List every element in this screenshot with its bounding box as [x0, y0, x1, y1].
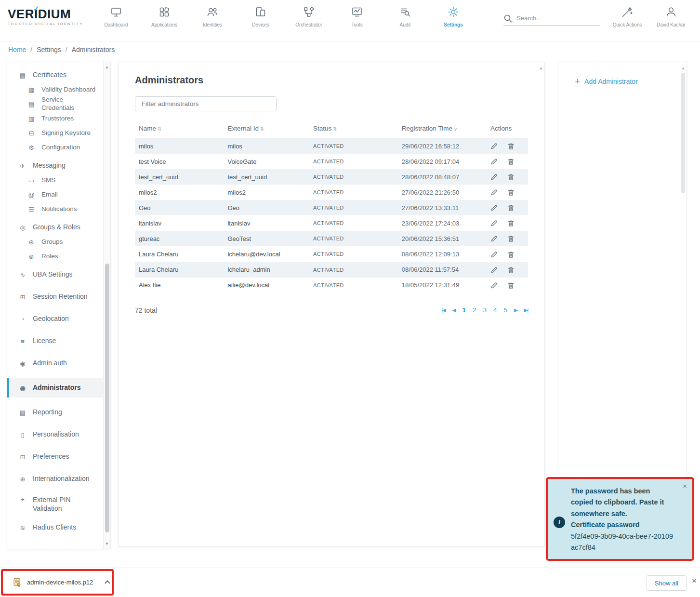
sidebar-item-notifications[interactable]: ☰Notifications — [7, 202, 110, 216]
delete-icon[interactable] — [507, 250, 515, 258]
sidebar-item-reporting[interactable]: ▤Reporting — [7, 405, 110, 420]
sidebar-item-preferences[interactable]: ⊡Preferences — [7, 450, 110, 464]
panel-scroll-up-arrow-icon[interactable]: ▲ — [681, 66, 685, 70]
page-button-5[interactable]: 5 — [503, 306, 507, 314]
filter-administrators-input[interactable] — [135, 96, 277, 111]
edit-icon[interactable] — [490, 235, 498, 242]
scroll-up-arrow-icon[interactable]: ▲ — [104, 65, 110, 69]
breadcrumb-home[interactable]: Home — [8, 46, 26, 53]
sidebar-item-configuration[interactable]: ⚙Configuration — [7, 140, 110, 155]
table-row[interactable]: Laura Chelaru lchelaru_admin ACTIVATED 0… — [135, 262, 528, 278]
nav-item-dashboard[interactable]: Dashboard — [92, 0, 140, 41]
next-page-button[interactable]: ▶ — [514, 307, 517, 313]
page-button-3[interactable]: 3 — [483, 306, 487, 314]
breadcrumb-settings[interactable]: Settings — [37, 46, 61, 53]
table-row[interactable]: test_cert_uuid test_cert_uuid ACTIVATED … — [135, 169, 528, 185]
table-row[interactable]: ltanislav ltanislav ACTIVATED 23/06/2022… — [135, 215, 528, 231]
prev-page-button[interactable]: ◀ — [452, 307, 456, 313]
delete-icon[interactable] — [507, 235, 515, 242]
column-header-name[interactable]: Name⇅ — [135, 119, 224, 138]
search-input[interactable] — [516, 14, 589, 22]
sidebar-item-certificates[interactable]: ▤Certificates — [7, 68, 110, 82]
page-button-2[interactable]: 2 — [473, 306, 476, 314]
edit-icon[interactable] — [490, 188, 498, 196]
delete-icon[interactable] — [507, 266, 515, 274]
sidebar-item-service-credentials[interactable]: ▤Service Credentials — [7, 97, 110, 111]
sidebar-item-email[interactable]: @Email — [7, 187, 110, 202]
table-row[interactable]: Laura Chelaru lchelaru@dev.local ACTIVAT… — [135, 246, 528, 262]
table-row[interactable]: gtureac GeoTest ACTIVATED 20/06/2022 15:… — [135, 231, 528, 246]
delete-icon[interactable] — [507, 219, 515, 227]
edit-icon[interactable] — [490, 281, 498, 289]
nav-item-audit[interactable]: Audit — [381, 0, 429, 41]
column-header-registration-time[interactable]: Registration Time∨ — [398, 119, 487, 138]
user-menu[interactable]: David Kuchar — [647, 0, 695, 27]
sidebar-item-validity-dashboard[interactable]: ▦Validity Dashboard — [7, 82, 110, 97]
scroll-down-arrow-icon[interactable]: ▼ — [104, 542, 110, 546]
main-scroll-up-arrow-icon[interactable]: ▲ — [539, 66, 543, 70]
sidebar-scrollbar-thumb[interactable] — [105, 264, 109, 532]
certificates-icon: ▤ — [19, 72, 26, 79]
delete-icon[interactable] — [507, 158, 515, 165]
sidebar-item-personalisation[interactable]: ▯Personalisation — [7, 427, 110, 442]
edit-icon[interactable] — [490, 158, 498, 165]
veridium-logo[interactable]: VERIDIUM ✓ TRUSTED DIGITAL IDENTITY — [8, 8, 90, 26]
edit-icon[interactable] — [490, 204, 498, 212]
sidebar-item-administrators[interactable]: ◉Administrators — [7, 378, 110, 398]
show-all-button[interactable]: Show all — [647, 575, 687, 591]
table-row[interactable]: Alex Ilie ailie@dev.local ACTIVATED 18/0… — [135, 278, 528, 293]
search-box[interactable] — [503, 13, 600, 26]
downloaded-file-chip[interactable]: admin-device-milos.p12 — [3, 578, 109, 587]
edit-icon[interactable] — [490, 250, 498, 258]
page-button-1[interactable]: 1 — [462, 306, 466, 314]
sidebar-item-groups[interactable]: ⊛Groups — [7, 235, 110, 249]
edit-icon[interactable] — [490, 219, 498, 227]
table-row[interactable]: milos milos ACTIVATED 29/06/2022 16:58:1… — [135, 138, 528, 154]
table-row[interactable]: test Voice VoiceGate ACTIVATED 28/06/202… — [135, 154, 528, 169]
sidebar-item-admin-auth[interactable]: ◉Admin auth — [7, 356, 110, 371]
edit-icon[interactable] — [490, 142, 498, 150]
sidebar-item-external-pin-validation[interactable]: ⌖External PIN Validation — [7, 494, 110, 513]
sidebar-item-roles[interactable]: ⊚Roles — [7, 249, 110, 264]
sidebar-item-groups-roles[interactable]: ◎Groups & Roles — [7, 220, 110, 235]
nav-item-identities[interactable]: Identities — [188, 0, 237, 41]
sidebar-item-messaging[interactable]: ✈Messaging — [7, 159, 110, 173]
sidebar-item-uba-settings[interactable]: ∿UBA Settings — [7, 267, 110, 282]
sidebar-item-session-retention[interactable]: ⊞Session Retention — [7, 290, 110, 304]
toast-close-icon[interactable]: × — [683, 482, 687, 490]
nav-item-tools[interactable]: Tools — [333, 0, 381, 41]
sidebar-item-label: Notifications — [41, 205, 90, 213]
delete-icon[interactable] — [507, 204, 515, 212]
chevron-up-icon[interactable] — [105, 580, 110, 585]
edit-icon[interactable] — [490, 173, 498, 181]
sidebar-item-truststores[interactable]: ▥Truststores — [7, 111, 110, 126]
column-header-external-id[interactable]: External Id⇅ — [224, 119, 309, 138]
sidebar-item-internationalization[interactable]: ⊕Internationalization — [7, 472, 110, 486]
cell-registration-time: 27/06/2022 13:33:11 — [398, 200, 487, 215]
nav-item-settings[interactable]: Settings — [429, 0, 477, 41]
sidebar-item-signing-keystore[interactable]: ⊟Signing Keystore — [7, 126, 110, 140]
nav-item-orchestrator[interactable]: Orchestrator — [285, 0, 333, 41]
sidebar-item-radius-clients[interactable]: ≋Radius Clients — [7, 520, 110, 535]
sidebar-item-license[interactable]: ≡License — [7, 334, 110, 348]
delete-icon[interactable] — [507, 281, 515, 289]
add-administrator-button[interactable]: + Add Administrator — [575, 77, 687, 86]
delete-icon[interactable] — [507, 188, 515, 196]
delete-icon[interactable] — [507, 142, 515, 150]
nav-item-applications[interactable]: Applications — [140, 0, 188, 41]
last-page-button[interactable]: ▶| — [524, 307, 528, 313]
quick-actions-button[interactable]: Quick Actions — [603, 0, 651, 27]
edit-icon[interactable] — [490, 266, 498, 274]
delete-icon[interactable] — [507, 173, 515, 181]
column-header-status[interactable]: Status⇅ — [309, 119, 398, 138]
first-page-button[interactable]: |◀ — [441, 307, 445, 313]
table-row[interactable]: Geo Geo ACTIVATED 27/06/2022 13:33:11 — [135, 200, 528, 215]
download-bar-close-icon[interactable]: × — [692, 576, 697, 586]
sidebar-item-sms[interactable]: ▭SMS — [7, 173, 110, 187]
page-button-4[interactable]: 4 — [493, 306, 497, 314]
sidebar-scrollbar[interactable]: ▲ ▼ — [103, 62, 110, 549]
panel-scrollbar-thumb[interactable] — [681, 73, 685, 193]
sidebar-item-geolocation[interactable]: ◔Geolocation — [7, 312, 110, 326]
table-row[interactable]: milos2 milos2 ACTIVATED 27/06/2022 21:26… — [135, 185, 528, 200]
nav-item-devices[interactable]: Devices — [237, 0, 285, 41]
